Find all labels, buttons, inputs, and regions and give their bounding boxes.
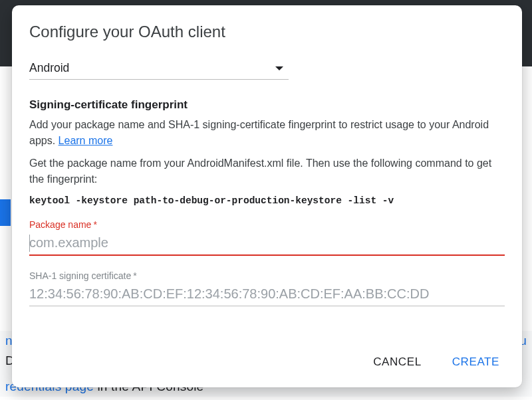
package-name-underline	[29, 254, 505, 256]
package-name-input[interactable]	[29, 233, 505, 254]
chevron-down-icon	[275, 66, 283, 70]
sha1-underline	[29, 306, 505, 306]
background-blue-chip	[0, 199, 11, 226]
text-cursor	[29, 235, 30, 252]
fingerprint-heading: Signing-certificate fingerprint	[29, 98, 505, 112]
dialog-title: Configure your OAuth client	[29, 23, 505, 41]
cancel-button[interactable]: CANCEL	[369, 350, 426, 374]
fingerprint-desc-2: Get the package name from your AndroidMa…	[29, 155, 505, 187]
learn-more-link[interactable]: Learn more	[59, 135, 113, 146]
sha1-label: SHA-1 signing certificate *	[29, 270, 505, 281]
dialog-actions: CANCEL CREATE	[29, 342, 505, 374]
create-button[interactable]: CREATE	[448, 350, 503, 374]
fingerprint-desc-1: Add your package name and SHA-1 signing-…	[29, 117, 505, 149]
sha1-required: *	[133, 270, 136, 281]
package-name-label: Package name *	[29, 219, 505, 230]
application-type-value: Android	[29, 61, 69, 75]
package-name-required: *	[93, 219, 96, 230]
oauth-config-dialog: Configure your OAuth client Android Sign…	[12, 5, 522, 387]
sha1-input[interactable]	[29, 284, 505, 306]
keytool-command: keytool -keystore path-to-debug-or-produ…	[29, 195, 505, 206]
package-name-field: Package name *	[29, 219, 505, 256]
application-type-select[interactable]: Android	[29, 60, 289, 80]
package-name-label-text: Package name	[29, 219, 91, 230]
sha1-label-text: SHA-1 signing certificate	[29, 270, 131, 281]
sha1-field: SHA-1 signing certificate *	[29, 270, 505, 306]
